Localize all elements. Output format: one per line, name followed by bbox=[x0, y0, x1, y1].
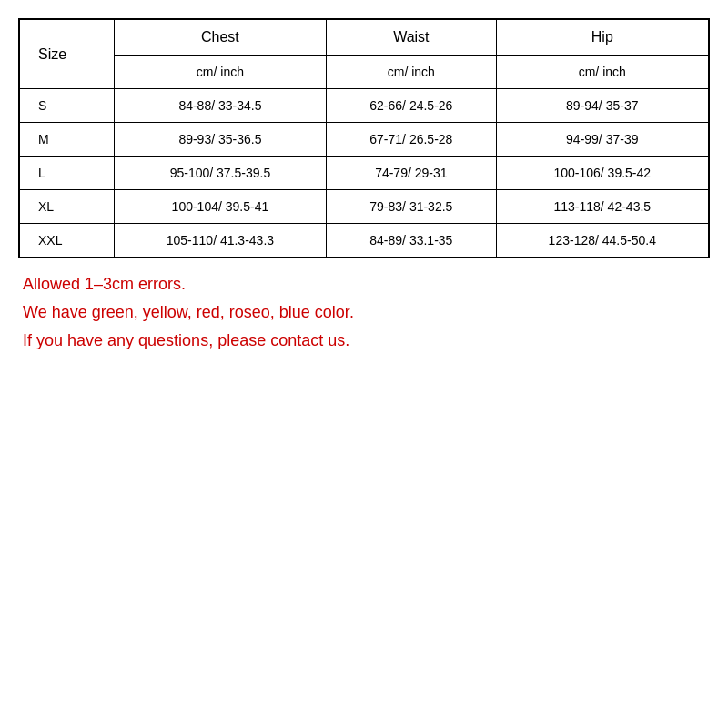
chest-cell: 84-88/ 33-34.5 bbox=[114, 89, 326, 123]
table-row: S 84-88/ 33-34.5 62-66/ 24.5-26 89-94/ 3… bbox=[20, 89, 709, 123]
chest-cell: 100-104/ 39.5-41 bbox=[114, 190, 326, 224]
waist-cell: 67-71/ 26.5-28 bbox=[327, 123, 496, 157]
hip-cell: 94-99/ 37-39 bbox=[496, 123, 708, 157]
size-column-header: Size bbox=[20, 20, 115, 89]
hip-cell: 89-94/ 35-37 bbox=[496, 89, 708, 123]
chest-unit: cm/ inch bbox=[114, 56, 326, 89]
waist-cell: 84-89/ 33.1-35 bbox=[327, 224, 496, 258]
chest-cell: 95-100/ 37.5-39.5 bbox=[114, 157, 326, 190]
note-line-1: Allowed 1–3cm errors. bbox=[23, 275, 710, 294]
waist-cell: 62-66/ 24.5-26 bbox=[327, 89, 496, 123]
chest-column-header: Chest bbox=[114, 20, 326, 56]
table-row: M 89-93/ 35-36.5 67-71/ 26.5-28 94-99/ 3… bbox=[20, 123, 709, 157]
note-line-3: If you have any questions, please contac… bbox=[23, 331, 710, 350]
chest-cell: 89-93/ 35-36.5 bbox=[114, 123, 326, 157]
size-cell: XL bbox=[20, 190, 115, 224]
hip-cell: 113-118/ 42-43.5 bbox=[496, 190, 708, 224]
waist-unit: cm/ inch bbox=[327, 56, 496, 89]
chest-cell: 105-110/ 41.3-43.3 bbox=[114, 224, 326, 258]
table-row: XXL 105-110/ 41.3-43.3 84-89/ 33.1-35 12… bbox=[20, 224, 709, 258]
hip-unit: cm/ inch bbox=[496, 56, 708, 89]
table-row: L 95-100/ 37.5-39.5 74-79/ 29-31 100-106… bbox=[20, 157, 709, 190]
size-cell: M bbox=[20, 123, 115, 157]
size-chart-table: Size Chest Waist Hip cm/ inch cm/ inch bbox=[18, 18, 710, 258]
table-row: XL 100-104/ 39.5-41 79-83/ 31-32.5 113-1… bbox=[20, 190, 709, 224]
size-cell: XXL bbox=[20, 224, 115, 258]
hip-cell: 123-128/ 44.5-50.4 bbox=[496, 224, 708, 258]
notes-section: Allowed 1–3cm errors. We have green, yel… bbox=[18, 275, 710, 350]
note-line-2: We have green, yellow, red, roseo, blue … bbox=[23, 303, 710, 322]
size-cell: L bbox=[20, 157, 115, 190]
waist-cell: 79-83/ 31-32.5 bbox=[327, 190, 496, 224]
waist-column-header: Waist bbox=[327, 20, 496, 56]
hip-cell: 100-106/ 39.5-42 bbox=[496, 157, 708, 190]
size-cell: S bbox=[20, 89, 115, 123]
waist-cell: 74-79/ 29-31 bbox=[327, 157, 496, 190]
size-label: Size bbox=[38, 46, 66, 62]
hip-column-header: Hip bbox=[496, 20, 708, 56]
